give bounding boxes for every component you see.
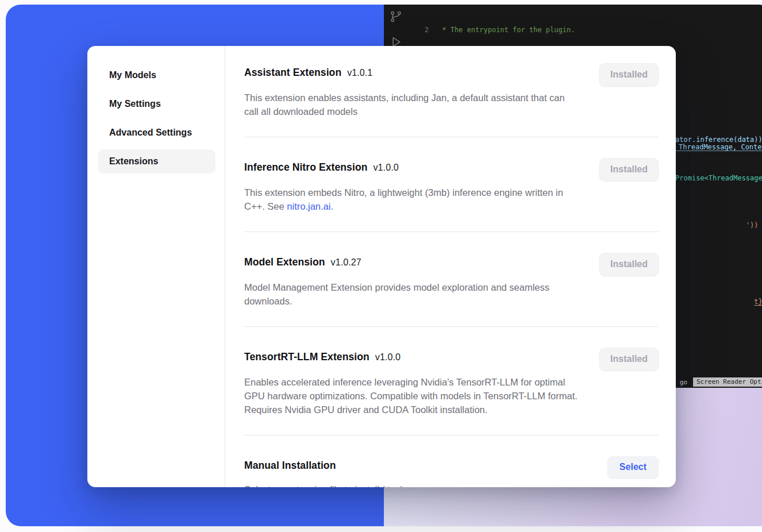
code-fragment: Promise<ThreadMessage> [675,174,762,182]
extension-description: This extension enables assistants, inclu… [244,91,578,118]
extension-description: This extension embeds Nitro, a lightweig… [244,186,578,213]
code-fragment: ')) { [746,221,762,229]
extension-row: Inference Nitro Extensionv1.0.0 Installe… [244,158,659,213]
source-control-icon [390,10,402,23]
sidebar-item-advanced-settings[interactable]: Advanced Settings [98,121,215,145]
code-fragment: rator.inference(data)); [671,136,762,144]
installed-button[interactable]: Installed [599,348,659,371]
settings-modal: My Models My Settings Advanced Settings … [87,46,676,487]
extension-version: v1.0.1 [347,68,372,78]
extension-version: v1.0.0 [374,163,399,172]
installed-button[interactable]: Installed [599,253,659,276]
extension-title: Assistant Extensionv1.0.1 [244,63,372,79]
installed-button[interactable]: Installed [599,158,659,181]
sidebar-item-extensions[interactable]: Extensions [98,149,215,174]
row-divider [244,435,659,435]
extension-version: v1.0.0 [375,352,401,362]
extension-description: Model Management Extension provides mode… [244,280,578,308]
extensions-panel: Assistant Extensionv1.0.1 Installed This… [225,46,676,487]
row-divider [244,232,659,232]
manual-installation-description: Select an extension file to install (.tg… [244,483,578,487]
installed-button[interactable]: Installed [599,63,659,86]
code-fragment: t}` [754,298,762,306]
extension-description: Enables accelerated inference leveraging… [244,375,578,417]
code-text: * The entrypoint for the plugin. [438,25,575,35]
extension-row: Model Extensionv1.0.27 Installed Model M… [244,253,659,308]
line-number: 2 [416,25,429,35]
row-divider [244,326,659,327]
extension-title: TensortRT-LLM Extensionv1.0.0 [244,348,401,363]
select-button[interactable]: Select [607,456,659,478]
sidebar-item-my-settings[interactable]: My Settings [98,92,215,116]
status-text: go [680,379,687,386]
extension-title: Model Extensionv1.0.27 [244,253,361,268]
page: 2 * The entrypoint for the plugin. 3 */ … [0,0,762,532]
extension-row: Assistant Extensionv1.0.1 Installed This… [244,63,659,118]
extension-name: Assistant Extension [244,67,341,78]
extension-title: Inference Nitro Extensionv1.0.0 [244,158,399,174]
row-divider [244,137,659,137]
screen-reader-badge: Screen Reader Optimized [693,377,762,387]
manual-installation-row: Manual Installation Select Select an ext… [244,456,659,487]
settings-sidebar: My Models My Settings Advanced Settings … [87,46,225,487]
extension-name: TensortRT-LLM Extension [244,351,370,363]
extension-version: v1.0.27 [331,257,361,267]
code-line: 2 * The entrypoint for the plugin. [416,25,762,35]
extension-name: Inference Nitro Extension [244,161,368,173]
sidebar-item-my-models[interactable]: My Models [98,63,215,87]
extension-name: Model Extension [244,256,325,268]
nitro-link[interactable]: nitro.jan.ai. [287,201,333,211]
manual-installation-title: Manual Installation [244,456,336,472]
extension-row: TensortRT-LLM Extensionv1.0.0 Installed … [244,348,659,417]
